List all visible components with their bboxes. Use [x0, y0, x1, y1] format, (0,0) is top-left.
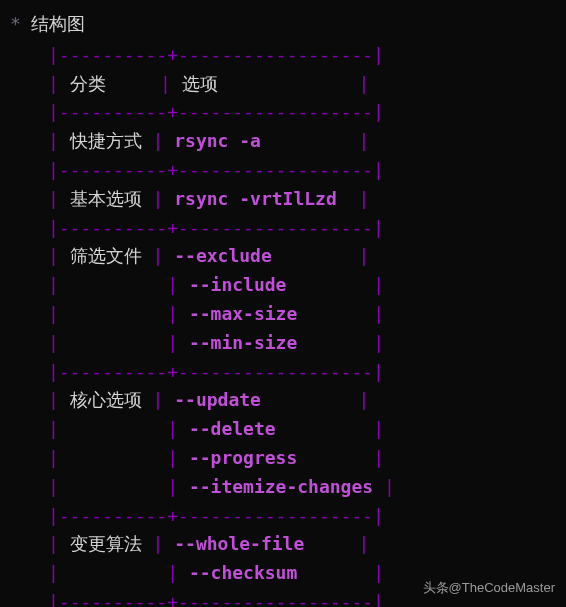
row-label-empty [70, 274, 157, 295]
row-value: --exclude [174, 245, 347, 266]
bullet-icon: * [10, 10, 21, 39]
row-label: 快捷方式 [70, 130, 142, 151]
row-value: --itemize-changes [189, 476, 373, 497]
row-label-empty [70, 303, 157, 324]
table-row: | 筛选文件 | --exclude | [48, 242, 566, 271]
title-row: * 结构图 [10, 10, 566, 39]
table-row: | 核心选项 | --update | [48, 386, 566, 415]
table-row: | | --progress | [48, 444, 566, 473]
row-value: rsync -a [174, 130, 347, 151]
table-divider: |----------+------------------| [48, 217, 384, 238]
table-divider: |----------+------------------| [48, 159, 384, 180]
page-title: 结构图 [31, 10, 85, 39]
row-label-empty [70, 562, 157, 583]
table-divider: |----------+------------------| [48, 591, 384, 607]
col-header-category: 分类 [70, 73, 149, 94]
table-row: | | --max-size | [48, 300, 566, 329]
table-row: | | --delete | [48, 415, 566, 444]
table-divider: |----------+------------------| [48, 361, 384, 382]
table-row: | | --include | [48, 271, 566, 300]
table-row: | 分类 | 选项 | [48, 70, 566, 99]
row-label: 变更算法 [70, 533, 142, 554]
row-value: --min-size [189, 332, 362, 353]
table-row: | | --min-size | [48, 329, 566, 358]
table-row: | | --itemize-changes | [48, 473, 566, 502]
row-value: rsync -vrtIlLzd [174, 188, 347, 209]
structure-table: |----------+------------------|| 分类 | 选项… [48, 41, 566, 607]
table-divider: |----------+------------------| [48, 44, 384, 65]
row-value: --delete [189, 418, 362, 439]
row-label-empty [70, 332, 157, 353]
table-divider: |----------+------------------| [48, 101, 384, 122]
row-value: --include [189, 274, 362, 295]
table-row: | 快捷方式 | rsync -a | [48, 127, 566, 156]
table-row: | 基本选项 | rsync -vrtIlLzd | [48, 185, 566, 214]
watermark: 头条@TheCodeMaster [420, 578, 558, 599]
row-value: --update [174, 389, 347, 410]
row-label-empty [70, 476, 157, 497]
row-value: --checksum [189, 562, 362, 583]
col-header-option: 选项 [182, 73, 348, 94]
row-label: 基本选项 [70, 188, 142, 209]
row-label: 筛选文件 [70, 245, 142, 266]
row-label: 核心选项 [70, 389, 142, 410]
table-row: | 变更算法 | --whole-file | [48, 530, 566, 559]
row-value: --max-size [189, 303, 362, 324]
table-divider: |----------+------------------| [48, 505, 384, 526]
row-label-empty [70, 418, 157, 439]
row-label-empty [70, 447, 157, 468]
row-value: --progress [189, 447, 362, 468]
row-value: --whole-file [174, 533, 347, 554]
